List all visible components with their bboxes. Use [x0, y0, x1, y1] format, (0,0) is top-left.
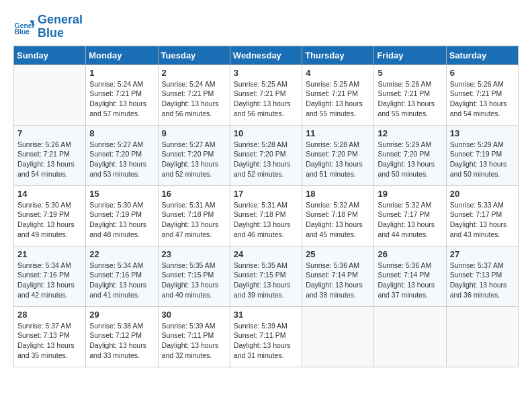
day-info: Sunrise: 5:24 AM Sunset: 7:21 PM Dayligh…	[162, 79, 226, 119]
day-info: Sunrise: 5:35 AM Sunset: 7:15 PM Dayligh…	[234, 261, 298, 300]
day-number: 27	[450, 249, 515, 259]
header-cell-wednesday: Wednesday	[230, 46, 302, 64]
day-cell: 5Sunrise: 5:26 AM Sunset: 7:21 PM Daylig…	[374, 64, 446, 125]
day-info: Sunrise: 5:32 AM Sunset: 7:18 PM Dayligh…	[306, 200, 370, 240]
day-info: Sunrise: 5:29 AM Sunset: 7:19 PM Dayligh…	[450, 140, 515, 179]
day-number: 5	[378, 68, 442, 78]
day-number: 21	[17, 249, 82, 259]
day-cell: 20Sunrise: 5:33 AM Sunset: 7:17 PM Dayli…	[446, 185, 518, 246]
day-cell: 22Sunrise: 5:34 AM Sunset: 7:16 PM Dayli…	[86, 246, 158, 306]
day-number: 29	[89, 310, 154, 320]
day-number: 17	[234, 189, 298, 199]
day-cell: 10Sunrise: 5:28 AM Sunset: 7:20 PM Dayli…	[230, 125, 302, 185]
day-info: Sunrise: 5:25 AM Sunset: 7:21 PM Dayligh…	[234, 79, 298, 119]
header-cell-thursday: Thursday	[302, 46, 374, 64]
day-cell: 24Sunrise: 5:35 AM Sunset: 7:15 PM Dayli…	[230, 246, 302, 306]
logo: General Blue GeneralBlue	[13, 13, 83, 40]
header-cell-friday: Friday	[374, 46, 446, 64]
day-info: Sunrise: 5:30 AM Sunset: 7:19 PM Dayligh…	[89, 200, 154, 240]
day-number: 3	[234, 68, 298, 78]
day-number: 11	[306, 128, 370, 138]
day-info: Sunrise: 5:39 AM Sunset: 7:11 PM Dayligh…	[162, 321, 226, 361]
week-row-4: 21Sunrise: 5:34 AM Sunset: 7:16 PM Dayli…	[14, 246, 519, 306]
day-number: 15	[89, 189, 154, 199]
day-cell: 1Sunrise: 5:24 AM Sunset: 7:21 PM Daylig…	[86, 64, 158, 125]
svg-text:Blue: Blue	[15, 28, 30, 36]
day-info: Sunrise: 5:37 AM Sunset: 7:13 PM Dayligh…	[17, 321, 82, 361]
day-number: 13	[450, 128, 515, 138]
day-info: Sunrise: 5:29 AM Sunset: 7:20 PM Dayligh…	[378, 140, 442, 179]
day-cell: 13Sunrise: 5:29 AM Sunset: 7:19 PM Dayli…	[446, 125, 518, 185]
day-cell: 3Sunrise: 5:25 AM Sunset: 7:21 PM Daylig…	[230, 64, 302, 125]
day-cell	[302, 306, 374, 367]
day-cell: 27Sunrise: 5:37 AM Sunset: 7:13 PM Dayli…	[446, 246, 518, 306]
header-cell-saturday: Saturday	[446, 46, 518, 64]
day-cell: 30Sunrise: 5:39 AM Sunset: 7:11 PM Dayli…	[158, 306, 230, 367]
day-number: 10	[234, 128, 298, 138]
day-info: Sunrise: 5:28 AM Sunset: 7:20 PM Dayligh…	[306, 140, 370, 179]
day-info: Sunrise: 5:36 AM Sunset: 7:14 PM Dayligh…	[306, 261, 370, 300]
day-info: Sunrise: 5:35 AM Sunset: 7:15 PM Dayligh…	[162, 261, 226, 300]
header-row: SundayMondayTuesdayWednesdayThursdayFrid…	[14, 46, 519, 64]
day-cell: 14Sunrise: 5:30 AM Sunset: 7:19 PM Dayli…	[14, 185, 86, 246]
day-info: Sunrise: 5:26 AM Sunset: 7:21 PM Dayligh…	[378, 79, 442, 119]
logo-text: GeneralBlue	[38, 13, 83, 40]
day-cell: 23Sunrise: 5:35 AM Sunset: 7:15 PM Dayli…	[158, 246, 230, 306]
day-info: Sunrise: 5:34 AM Sunset: 7:16 PM Dayligh…	[17, 261, 82, 300]
day-info: Sunrise: 5:28 AM Sunset: 7:20 PM Dayligh…	[234, 140, 298, 179]
day-cell: 2Sunrise: 5:24 AM Sunset: 7:21 PM Daylig…	[158, 64, 230, 125]
day-info: Sunrise: 5:25 AM Sunset: 7:21 PM Dayligh…	[306, 79, 370, 119]
day-cell: 16Sunrise: 5:31 AM Sunset: 7:18 PM Dayli…	[158, 185, 230, 246]
day-number: 4	[306, 68, 370, 78]
day-cell: 7Sunrise: 5:26 AM Sunset: 7:21 PM Daylig…	[14, 125, 86, 185]
day-number: 18	[306, 189, 370, 199]
day-number: 1	[89, 68, 154, 78]
logo-icon: General Blue	[13, 16, 35, 38]
header-cell-tuesday: Tuesday	[158, 46, 230, 64]
day-number: 9	[162, 128, 226, 138]
day-cell: 8Sunrise: 5:27 AM Sunset: 7:20 PM Daylig…	[86, 125, 158, 185]
day-cell: 15Sunrise: 5:30 AM Sunset: 7:19 PM Dayli…	[86, 185, 158, 246]
page-header: General Blue GeneralBlue	[13, 13, 519, 40]
day-number: 6	[450, 68, 515, 78]
week-row-2: 7Sunrise: 5:26 AM Sunset: 7:21 PM Daylig…	[14, 125, 519, 185]
day-info: Sunrise: 5:24 AM Sunset: 7:21 PM Dayligh…	[89, 79, 154, 119]
day-cell: 26Sunrise: 5:36 AM Sunset: 7:14 PM Dayli…	[374, 246, 446, 306]
day-info: Sunrise: 5:32 AM Sunset: 7:17 PM Dayligh…	[378, 200, 442, 240]
calendar-table: SundayMondayTuesdayWednesdayThursdayFrid…	[13, 46, 519, 367]
day-info: Sunrise: 5:26 AM Sunset: 7:21 PM Dayligh…	[450, 79, 515, 119]
day-cell: 28Sunrise: 5:37 AM Sunset: 7:13 PM Dayli…	[14, 306, 86, 367]
day-cell: 21Sunrise: 5:34 AM Sunset: 7:16 PM Dayli…	[14, 246, 86, 306]
day-info: Sunrise: 5:30 AM Sunset: 7:19 PM Dayligh…	[17, 200, 82, 240]
day-cell	[374, 306, 446, 367]
day-cell: 31Sunrise: 5:39 AM Sunset: 7:11 PM Dayli…	[230, 306, 302, 367]
day-info: Sunrise: 5:38 AM Sunset: 7:12 PM Dayligh…	[89, 321, 154, 361]
day-info: Sunrise: 5:33 AM Sunset: 7:17 PM Dayligh…	[450, 200, 515, 240]
day-cell: 18Sunrise: 5:32 AM Sunset: 7:18 PM Dayli…	[302, 185, 374, 246]
day-number: 25	[306, 249, 370, 259]
day-cell: 4Sunrise: 5:25 AM Sunset: 7:21 PM Daylig…	[302, 64, 374, 125]
header-cell-monday: Monday	[86, 46, 158, 64]
week-row-3: 14Sunrise: 5:30 AM Sunset: 7:19 PM Dayli…	[14, 185, 519, 246]
day-number: 26	[378, 249, 442, 259]
day-info: Sunrise: 5:36 AM Sunset: 7:14 PM Dayligh…	[378, 261, 442, 300]
day-cell	[14, 64, 86, 125]
day-number: 22	[89, 249, 154, 259]
day-cell: 11Sunrise: 5:28 AM Sunset: 7:20 PM Dayli…	[302, 125, 374, 185]
day-info: Sunrise: 5:31 AM Sunset: 7:18 PM Dayligh…	[162, 200, 226, 240]
day-number: 31	[234, 310, 298, 320]
day-info: Sunrise: 5:27 AM Sunset: 7:20 PM Dayligh…	[162, 140, 226, 179]
day-cell: 29Sunrise: 5:38 AM Sunset: 7:12 PM Dayli…	[86, 306, 158, 367]
day-number: 24	[234, 249, 298, 259]
day-number: 16	[162, 189, 226, 199]
day-cell: 9Sunrise: 5:27 AM Sunset: 7:20 PM Daylig…	[158, 125, 230, 185]
day-info: Sunrise: 5:26 AM Sunset: 7:21 PM Dayligh…	[17, 140, 82, 179]
day-number: 8	[89, 128, 154, 138]
day-number: 30	[162, 310, 226, 320]
day-cell: 12Sunrise: 5:29 AM Sunset: 7:20 PM Dayli…	[374, 125, 446, 185]
day-cell: 17Sunrise: 5:31 AM Sunset: 7:18 PM Dayli…	[230, 185, 302, 246]
week-row-1: 1Sunrise: 5:24 AM Sunset: 7:21 PM Daylig…	[14, 64, 519, 125]
day-number: 28	[17, 310, 82, 320]
day-info: Sunrise: 5:39 AM Sunset: 7:11 PM Dayligh…	[234, 321, 298, 361]
day-number: 20	[450, 189, 515, 199]
